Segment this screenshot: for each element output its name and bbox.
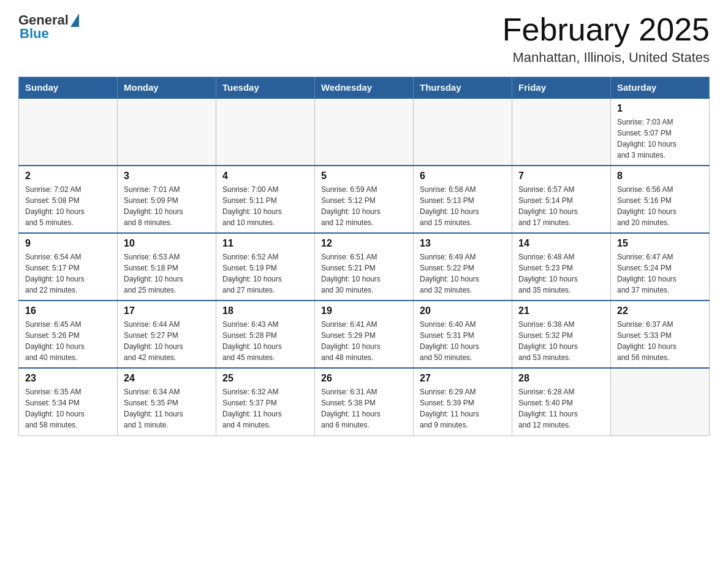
- calendar-cell: 8Sunrise: 6:56 AMSunset: 5:16 PMDaylight…: [611, 166, 710, 233]
- week-row-5: 23Sunrise: 6:35 AMSunset: 5:34 PMDayligh…: [19, 368, 710, 435]
- day-number: 27: [420, 373, 506, 384]
- day-number: 28: [518, 373, 604, 384]
- month-title: February 2025: [502, 12, 710, 47]
- calendar-cell: 24Sunrise: 6:34 AMSunset: 5:35 PMDayligh…: [118, 368, 216, 435]
- day-info: Sunrise: 6:40 AMSunset: 5:31 PMDaylight:…: [420, 319, 506, 363]
- calendar-cell: 11Sunrise: 6:52 AMSunset: 5:19 PMDayligh…: [216, 233, 315, 301]
- day-info: Sunrise: 7:03 AMSunset: 5:07 PMDaylight:…: [617, 117, 703, 161]
- day-info: Sunrise: 6:52 AMSunset: 5:19 PMDaylight:…: [222, 251, 308, 296]
- calendar-cell: 2Sunrise: 7:02 AMSunset: 5:08 PMDaylight…: [19, 166, 118, 233]
- day-info: Sunrise: 6:49 AMSunset: 5:22 PMDaylight:…: [420, 251, 506, 296]
- day-number: 14: [518, 238, 604, 249]
- day-number: 4: [222, 170, 308, 182]
- weekday-header-thursday: Thursday: [414, 77, 512, 99]
- day-number: 20: [420, 305, 506, 316]
- day-info: Sunrise: 6:58 AMSunset: 5:13 PMDaylight:…: [420, 184, 506, 228]
- day-info: Sunrise: 6:54 AMSunset: 5:17 PMDaylight:…: [25, 251, 111, 296]
- day-info: Sunrise: 6:51 AMSunset: 5:21 PMDaylight:…: [321, 251, 407, 296]
- week-row-3: 9Sunrise: 6:54 AMSunset: 5:17 PMDaylight…: [19, 233, 710, 301]
- day-info: Sunrise: 6:38 AMSunset: 5:32 PMDaylight:…: [518, 319, 604, 363]
- calendar-cell: 1Sunrise: 7:03 AMSunset: 5:07 PMDaylight…: [611, 98, 710, 166]
- logo-triangle-icon: [70, 13, 79, 27]
- calendar-cell: [414, 98, 512, 166]
- day-info: Sunrise: 6:43 AMSunset: 5:28 PMDaylight:…: [222, 319, 308, 363]
- calendar-cell: [315, 98, 414, 166]
- calendar-cell: 27Sunrise: 6:29 AMSunset: 5:39 PMDayligh…: [414, 368, 512, 435]
- calendar-cell: 19Sunrise: 6:41 AMSunset: 5:29 PMDayligh…: [315, 301, 414, 368]
- calendar-cell: 20Sunrise: 6:40 AMSunset: 5:31 PMDayligh…: [414, 301, 512, 368]
- calendar-cell: 3Sunrise: 7:01 AMSunset: 5:09 PMDaylight…: [118, 166, 216, 233]
- calendar-cell: 25Sunrise: 6:32 AMSunset: 5:37 PMDayligh…: [216, 368, 315, 435]
- calendar-cell: 23Sunrise: 6:35 AMSunset: 5:34 PMDayligh…: [19, 368, 118, 435]
- day-number: 26: [321, 373, 407, 384]
- day-info: Sunrise: 6:35 AMSunset: 5:34 PMDaylight:…: [25, 386, 111, 431]
- calendar-cell: 4Sunrise: 7:00 AMSunset: 5:11 PMDaylight…: [216, 166, 315, 233]
- weekday-header-wednesday: Wednesday: [315, 77, 414, 99]
- day-info: Sunrise: 7:01 AMSunset: 5:09 PMDaylight:…: [124, 184, 210, 228]
- day-number: 15: [617, 238, 703, 249]
- day-number: 19: [321, 305, 407, 316]
- calendar-cell: 7Sunrise: 6:57 AMSunset: 5:14 PMDaylight…: [512, 166, 611, 233]
- weekday-header-saturday: Saturday: [611, 77, 710, 99]
- day-number: 22: [617, 305, 703, 316]
- day-info: Sunrise: 6:41 AMSunset: 5:29 PMDaylight:…: [321, 319, 407, 363]
- day-info: Sunrise: 6:59 AMSunset: 5:12 PMDaylight:…: [321, 184, 407, 228]
- day-number: 18: [222, 305, 308, 316]
- day-info: Sunrise: 6:29 AMSunset: 5:39 PMDaylight:…: [420, 386, 506, 431]
- calendar-cell: [118, 98, 216, 166]
- day-info: Sunrise: 6:47 AMSunset: 5:24 PMDaylight:…: [617, 251, 703, 296]
- weekday-header-monday: Monday: [118, 77, 216, 99]
- week-row-1: 1Sunrise: 7:03 AMSunset: 5:07 PMDaylight…: [19, 98, 710, 166]
- day-number: 9: [25, 238, 111, 249]
- day-number: 10: [124, 238, 210, 249]
- calendar-cell: 18Sunrise: 6:43 AMSunset: 5:28 PMDayligh…: [216, 301, 315, 368]
- calendar-cell: [19, 98, 118, 166]
- calendar-cell: 5Sunrise: 6:59 AMSunset: 5:12 PMDaylight…: [315, 166, 414, 233]
- weekday-header-sunday: Sunday: [19, 77, 118, 99]
- calendar-table: SundayMondayTuesdayWednesdayThursdayFrid…: [18, 77, 710, 436]
- day-info: Sunrise: 6:48 AMSunset: 5:23 PMDaylight:…: [518, 251, 604, 296]
- day-info: Sunrise: 6:32 AMSunset: 5:37 PMDaylight:…: [222, 386, 308, 431]
- day-info: Sunrise: 6:44 AMSunset: 5:27 PMDaylight:…: [124, 319, 210, 363]
- day-number: 11: [222, 238, 308, 249]
- day-info: Sunrise: 6:57 AMSunset: 5:14 PMDaylight:…: [518, 184, 604, 228]
- calendar-cell: 17Sunrise: 6:44 AMSunset: 5:27 PMDayligh…: [118, 301, 216, 368]
- day-number: 24: [124, 373, 210, 384]
- calendar-cell: [512, 98, 611, 166]
- calendar-cell: 21Sunrise: 6:38 AMSunset: 5:32 PMDayligh…: [512, 301, 611, 368]
- weekday-header-tuesday: Tuesday: [216, 77, 315, 99]
- calendar-cell: 6Sunrise: 6:58 AMSunset: 5:13 PMDaylight…: [414, 166, 512, 233]
- week-row-2: 2Sunrise: 7:02 AMSunset: 5:08 PMDaylight…: [19, 166, 710, 233]
- day-info: Sunrise: 6:53 AMSunset: 5:18 PMDaylight:…: [124, 251, 210, 296]
- calendar-cell: [611, 368, 710, 435]
- location-subtitle: Manhattan, Illinois, United States: [502, 50, 710, 66]
- day-info: Sunrise: 6:45 AMSunset: 5:26 PMDaylight:…: [25, 319, 111, 363]
- day-info: Sunrise: 6:56 AMSunset: 5:16 PMDaylight:…: [617, 184, 703, 228]
- calendar-cell: 14Sunrise: 6:48 AMSunset: 5:23 PMDayligh…: [512, 233, 611, 301]
- day-number: 1: [617, 103, 703, 114]
- day-info: Sunrise: 7:00 AMSunset: 5:11 PMDaylight:…: [222, 184, 308, 228]
- week-row-4: 16Sunrise: 6:45 AMSunset: 5:26 PMDayligh…: [19, 301, 710, 368]
- day-number: 6: [420, 170, 506, 182]
- calendar-cell: 26Sunrise: 6:31 AMSunset: 5:38 PMDayligh…: [315, 368, 414, 435]
- logo: General Blue: [18, 12, 81, 42]
- calendar-cell: 16Sunrise: 6:45 AMSunset: 5:26 PMDayligh…: [19, 301, 118, 368]
- day-number: 2: [25, 170, 111, 182]
- day-number: 23: [25, 373, 111, 384]
- day-number: 5: [321, 170, 407, 182]
- weekday-header-row: SundayMondayTuesdayWednesdayThursdayFrid…: [19, 77, 710, 99]
- day-info: Sunrise: 6:28 AMSunset: 5:40 PMDaylight:…: [518, 386, 604, 431]
- day-number: 7: [518, 170, 604, 182]
- day-number: 3: [124, 170, 210, 182]
- calendar-cell: 9Sunrise: 6:54 AMSunset: 5:17 PMDaylight…: [19, 233, 118, 301]
- calendar-cell: 10Sunrise: 6:53 AMSunset: 5:18 PMDayligh…: [118, 233, 216, 301]
- title-block: February 2025 Manhattan, Illinois, Unite…: [502, 12, 710, 66]
- page-header: General Blue February 2025 Manhattan, Il…: [18, 12, 710, 66]
- day-number: 25: [222, 373, 308, 384]
- day-info: Sunrise: 6:31 AMSunset: 5:38 PMDaylight:…: [321, 386, 407, 431]
- day-number: 21: [518, 305, 604, 316]
- logo-blue-text: Blue: [20, 26, 49, 42]
- day-number: 13: [420, 238, 506, 249]
- day-info: Sunrise: 6:37 AMSunset: 5:33 PMDaylight:…: [617, 319, 703, 363]
- calendar-cell: 15Sunrise: 6:47 AMSunset: 5:24 PMDayligh…: [611, 233, 710, 301]
